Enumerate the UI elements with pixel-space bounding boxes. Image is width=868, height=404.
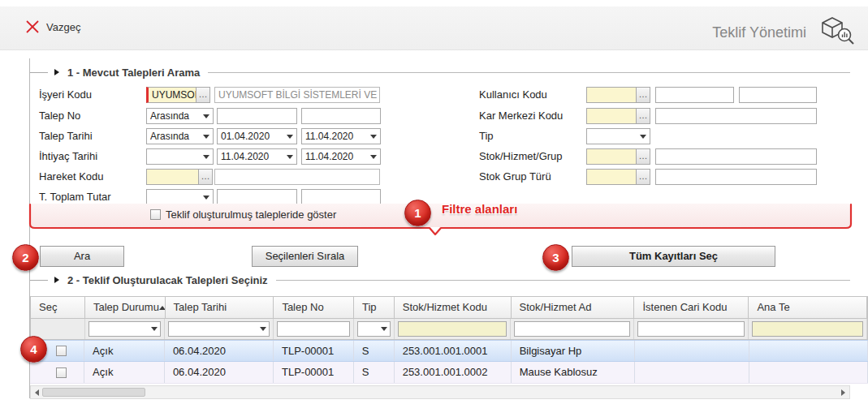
talep-tarihi-from-datepicker[interactable]: 01.04.2020: [217, 128, 297, 144]
selected-operator: Arasında: [150, 109, 189, 123]
toolbar: Vazgeç Teklif Yönetimi: [0, 6, 868, 50]
kar-merkezi-kodu-description[interactable]: [655, 108, 817, 124]
cancel-button[interactable]: Vazgeç: [24, 19, 80, 35]
column-header-talep-no[interactable]: Talep No: [274, 297, 354, 318]
requests-table: Seç Talep Durumu Talep Tarihi Talep No T…: [30, 296, 868, 384]
talep-tarihi-to-datepicker[interactable]: 11.04.2020: [301, 128, 381, 144]
isyeri-kodu-input[interactable]: UYUMSOFT: [146, 87, 196, 103]
scroll-right-icon[interactable]: [841, 389, 845, 396]
field-label-ihtiyac-tarihi: İhtiyaç Tarihi: [39, 148, 97, 165]
field-label-kar-merkezi-kodu: Kar Merkezi Kodu: [479, 108, 563, 124]
hareket-kodu-input[interactable]: [146, 169, 199, 185]
annotation-bracket: [24, 200, 857, 239]
column-header-talep-tarihi[interactable]: Talep Tarihi: [166, 297, 274, 318]
expand-arrow-icon[interactable]: [54, 69, 59, 75]
kullanici-kodu-lookup-button[interactable]: …: [637, 87, 650, 103]
sort-selected-button[interactable]: Seçilenleri Sırala: [252, 246, 358, 267]
kar-merkezi-kodu-input[interactable]: [586, 108, 637, 124]
chevron-down-icon: [203, 196, 209, 200]
cell-ana-tedarikci: [749, 362, 868, 383]
annotation-badge-4: 4: [20, 336, 47, 363]
annotation-badge-3: 3: [542, 244, 569, 271]
filter-talep-no-input[interactable]: [274, 319, 354, 339]
date-value: 11.04.2020: [305, 149, 353, 164]
column-header-istenen-cari-kodu[interactable]: İstenen Cari Kodu: [634, 297, 749, 318]
isyeri-kodu-description: UYUMSOFT BİLGİ SİSTEMLERİ VE: [214, 87, 380, 103]
section-1-header: 1 - Mevcut Talepleri Arama: [30, 66, 850, 79]
column-header-ana-tedarikci[interactable]: Ana Te: [749, 297, 867, 318]
divider: [276, 280, 850, 281]
talep-no-from-input[interactable]: [217, 108, 297, 124]
x-icon: [24, 19, 41, 35]
kullanici-kodu-input[interactable]: [586, 87, 637, 103]
stok-grup-turu-description[interactable]: [655, 169, 817, 185]
filter-istenen-cari-kodu-input[interactable]: [634, 319, 749, 339]
section-2-header: 2 - Teklif Oluşturulacak Talepleri Seçin…: [30, 273, 850, 286]
horizontal-scrollbar[interactable]: [30, 385, 850, 399]
page-title: Teklif Yönetimi: [712, 24, 806, 41]
ihtiyac-tarihi-to-datepicker[interactable]: 11.04.2020: [301, 148, 381, 165]
expand-arrow-icon[interactable]: [54, 277, 59, 283]
stok-hizmet-grup-input[interactable]: [586, 148, 637, 165]
column-header-talep-durumu[interactable]: Talep Durumu: [85, 297, 166, 318]
column-header-stok-hizmet-ad[interactable]: Stok/Hizmet Ad: [512, 297, 635, 318]
row-1-checkbox[interactable]: [56, 346, 67, 356]
kullanici-kodu-extra-input-2[interactable]: [739, 87, 817, 103]
cancel-label: Vazgeç: [46, 21, 80, 33]
annotation-badge-1: 1: [404, 200, 431, 226]
chevron-down-icon: [287, 135, 293, 139]
table-header-row: Seç Talep Durumu Talep Tarihi Talep No T…: [30, 296, 868, 319]
stok-hizmet-grup-lookup-button[interactable]: …: [637, 148, 650, 165]
filter-stok-hizmet-ad-input[interactable]: [511, 319, 634, 339]
talep-no-to-input[interactable]: [301, 108, 381, 124]
stok-hizmet-grup-description[interactable]: [655, 148, 817, 165]
ihtiyac-tarihi-operator-select[interactable]: [146, 148, 214, 165]
cell-talep-durumu: Açık: [84, 362, 165, 383]
cell-istenen-cari-kodu: [635, 362, 749, 383]
filter-stok-hizmet-kodu-input[interactable]: [395, 319, 512, 339]
field-label-stok-grup-turu: Stok Grup Türü: [479, 169, 551, 185]
chevron-down-icon: [370, 135, 377, 139]
column-header-sec[interactable]: Seç: [31, 297, 85, 318]
talep-no-operator-select[interactable]: Arasında: [146, 108, 214, 124]
filter-tip-select[interactable]: [354, 319, 395, 339]
select-all-records-button[interactable]: Tüm Kayıtları Seç: [572, 246, 775, 267]
column-header-tip[interactable]: Tip: [354, 297, 395, 318]
row-select-cell: [30, 362, 84, 383]
selected-operator: Arasında: [150, 129, 189, 144]
table-row-1[interactable]: Açık 06.04.2020 TLP-00001 S 253.001.001.…: [30, 340, 868, 362]
kullanici-kodu-extra-input-1[interactable]: [655, 87, 734, 103]
ihtiyac-tarihi-from-datepicker[interactable]: 11.04.2020: [217, 148, 297, 165]
cell-ana-tedarikci: [749, 341, 868, 361]
cell-tip: S: [354, 341, 395, 361]
chevron-down-icon: [381, 327, 387, 331]
cell-talep-no: TLP-00001: [274, 341, 354, 361]
hareket-kodu-lookup-button[interactable]: …: [199, 169, 213, 185]
field-label-stok-hizmet-grup: Stok/Hizmet/Grup: [479, 148, 563, 165]
cell-istenen-cari-kodu: [635, 341, 749, 361]
search-button[interactable]: Ara: [40, 246, 124, 267]
cell-stok-hizmet-ad: Bilgisayar Hp: [512, 341, 635, 361]
chevron-down-icon: [287, 155, 293, 159]
scroll-left-icon[interactable]: [35, 389, 39, 396]
row-2-checkbox[interactable]: [56, 367, 67, 378]
cell-stok-hizmet-kodu: 253.001.001.0001: [395, 341, 512, 361]
kar-merkezi-kodu-lookup-button[interactable]: …: [637, 108, 650, 124]
column-header-stok-hizmet-kodu[interactable]: Stok/Hizmet Kodu: [395, 297, 512, 318]
field-label-kullanici-kodu: Kullanıcı Kodu: [479, 87, 547, 103]
chevron-down-icon: [203, 114, 209, 118]
talep-tarihi-operator-select[interactable]: Arasında: [146, 128, 214, 144]
isyeri-kodu-lookup-button[interactable]: …: [196, 87, 210, 103]
stok-grup-turu-input[interactable]: [586, 169, 637, 185]
stok-grup-turu-lookup-button[interactable]: …: [637, 169, 650, 185]
filter-talep-tarihi-select[interactable]: [165, 319, 274, 339]
table-row-2[interactable]: Açık 06.04.2020 TLP-00001 S 253.001.001.…: [30, 362, 868, 384]
filter-ana-tedarikci-input[interactable]: [749, 319, 867, 339]
cell-talep-tarihi: 06.04.2020: [165, 341, 274, 361]
date-value: 01.04.2020: [221, 129, 270, 144]
filter-talep-durumu-select[interactable]: [85, 319, 166, 339]
divider: [30, 72, 48, 73]
cell-stok-hizmet-ad: Mause Kablosuz: [512, 362, 635, 383]
tip-select[interactable]: [586, 128, 650, 144]
scrollbar-thumb[interactable]: [42, 388, 145, 397]
